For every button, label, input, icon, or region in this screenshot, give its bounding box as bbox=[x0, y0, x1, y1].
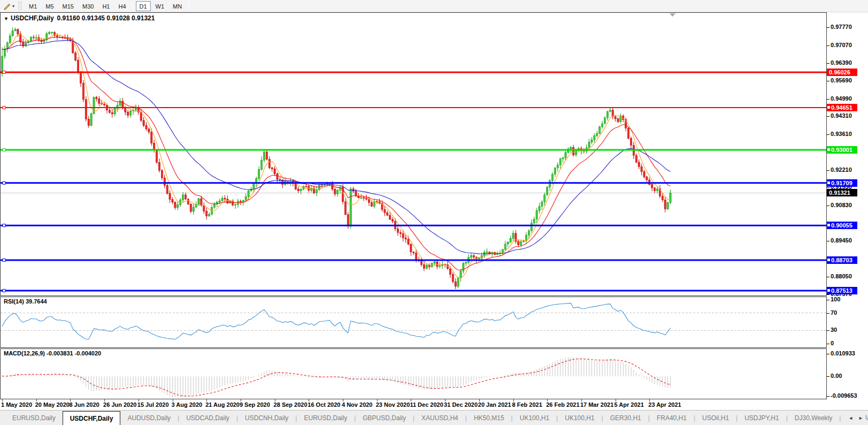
price-axis[interactable]: 0.977700.970700.963900.956900.949900.943… bbox=[827, 12, 868, 399]
hline-price-badge[interactable]: 0.96026 bbox=[827, 69, 857, 76]
price-axis-label: 0.89450 bbox=[831, 237, 852, 244]
timeframe-button-w1[interactable]: W1 bbox=[152, 1, 168, 11]
timeframe-button-h1[interactable]: H1 bbox=[98, 1, 113, 11]
timeframe-button-m30[interactable]: M30 bbox=[79, 1, 97, 11]
timeframe-buttons: M1M5M15M30H1H4D1W1MN bbox=[25, 1, 191, 11]
date-label: 26 Jun 2020 bbox=[103, 401, 136, 408]
tab-usdchf-daily[interactable]: USDCHF,Daily bbox=[63, 411, 121, 425]
pencil-tool-icon bbox=[3, 2, 11, 10]
chart-tabs: EURUSD,DailyUSDCHF,DailyAUDUSD,Daily|USD… bbox=[5, 411, 868, 425]
rsi-axis-label: 0 bbox=[831, 340, 834, 346]
price-axis-label: 0.92210 bbox=[831, 166, 852, 173]
tab-gbpusd-daily[interactable]: GBPUSD,Daily bbox=[356, 412, 413, 424]
date-label: 8 Feb 2021 bbox=[512, 401, 542, 408]
tab-scroll-right-icon[interactable]: ► bbox=[858, 415, 863, 421]
date-label: 15 Jul 2020 bbox=[137, 401, 169, 408]
mt4-window: ▾ M1M5M15M30H1H4D1W1MN ▼USDCHF,Daily0.91… bbox=[0, 0, 868, 425]
timeframe-button-m5[interactable]: M5 bbox=[42, 1, 57, 11]
hline-price-badge[interactable]: 0.90055 bbox=[827, 222, 857, 229]
rsi-axis-label: 30 bbox=[831, 327, 837, 333]
chevron-down-icon: ▾ bbox=[12, 4, 14, 9]
tab-usoil-h1[interactable]: USOil,H1 bbox=[695, 412, 736, 424]
timeframe-button-h4[interactable]: H4 bbox=[114, 1, 129, 11]
tab-scroll-left-icon[interactable]: ◄ bbox=[848, 415, 853, 421]
ohlc-values: 0.91160 0.91345 0.91028 0.91321 bbox=[57, 14, 155, 22]
price-axis-label: 0.93610 bbox=[831, 131, 852, 137]
date-label: 21 Aug 2020 bbox=[205, 401, 240, 408]
tab-audusd-daily[interactable]: AUDUSD,Daily bbox=[120, 412, 178, 424]
hline-price-badge[interactable]: 0.88703 bbox=[827, 256, 857, 264]
hline-price-badge[interactable]: 0.91709 bbox=[827, 179, 857, 187]
collapse-arrow-icon: ▼ bbox=[4, 16, 9, 21]
date-label: 20 May 2020 bbox=[35, 401, 70, 408]
date-label: 23 Nov 2020 bbox=[376, 401, 410, 408]
tab-fra40-h1[interactable]: FRA40,H1 bbox=[650, 412, 694, 424]
tab-eurusd-daily[interactable]: EURUSD,Daily bbox=[297, 412, 354, 424]
tab-dj30-weekly[interactable]: DJ30,Weekly bbox=[788, 412, 839, 424]
tab-usdcnh-daily[interactable]: USDCNH,Daily bbox=[238, 412, 295, 424]
tab-ger30-h1[interactable]: GER30,H1 bbox=[603, 412, 648, 424]
toolbar-separator bbox=[188, 1, 189, 11]
macd-axis-label: 0.00 bbox=[831, 373, 842, 379]
rsi-indicator-label: RSI(14) 39.7644 bbox=[4, 298, 47, 305]
date-label: 26 Feb 2021 bbox=[546, 401, 579, 408]
tab-eurusd-daily[interactable]: EURUSD,Daily bbox=[5, 412, 63, 424]
toolbar: ▾ M1M5M15M30H1H4D1W1MN bbox=[0, 0, 868, 12]
tab-scroll-arrows: ◄ ► bbox=[846, 411, 865, 425]
hline-price-badge[interactable]: 0.93001 bbox=[827, 146, 857, 154]
current-price-badge: 0.91321 bbox=[827, 189, 857, 196]
timeframe-button-m15[interactable]: M15 bbox=[59, 1, 78, 11]
date-label: 28 Sep 2020 bbox=[274, 401, 308, 408]
toolbar-separator bbox=[133, 1, 133, 11]
date-label: 4 Nov 2020 bbox=[342, 401, 372, 408]
rsi-axis-label: 70 bbox=[831, 309, 837, 316]
date-label: 16 Oct 2020 bbox=[308, 401, 340, 408]
tab-uk100-h1[interactable]: UK100,H1 bbox=[558, 412, 601, 424]
date-label: 1 May 2020 bbox=[1, 401, 32, 408]
price-axis-label: 0.96390 bbox=[831, 59, 852, 66]
tab-usdcad-daily[interactable]: USDCAD,Daily bbox=[179, 412, 236, 424]
rsi-axis-label: 100 bbox=[831, 296, 840, 302]
candlestick-canvas[interactable] bbox=[0, 12, 827, 399]
tab-usdjpy-h1[interactable]: USDJPY,H1 bbox=[738, 412, 786, 424]
chart-tabs-bar: EURUSD,DailyUSDCHF,DailyAUDUSD,Daily|USD… bbox=[0, 410, 868, 425]
date-axis[interactable]: 1 May 202020 May 20208 Jun 202026 Jun 20… bbox=[0, 399, 827, 409]
date-label: 8 Jun 2020 bbox=[69, 401, 99, 408]
price-axis-label: 0.94310 bbox=[831, 112, 852, 119]
timeframe-button-d1[interactable]: D1 bbox=[136, 1, 151, 11]
macd-indicator-label: MACD(12,26,9) -0.003831 -0.004020 bbox=[4, 350, 101, 356]
timeframe-button-mn[interactable]: MN bbox=[169, 1, 186, 11]
draw-tool-button[interactable]: ▾ bbox=[0, 1, 18, 11]
tab-hk50-m15[interactable]: HK50,M15 bbox=[467, 412, 511, 424]
chart-title: ▼USDCHF,Daily0.91160 0.91345 0.91028 0.9… bbox=[4, 14, 155, 22]
price-axis-label: 0.88050 bbox=[831, 273, 852, 279]
price-axis-label: 0.90830 bbox=[831, 202, 852, 208]
chart-region: ▼USDCHF,Daily0.91160 0.91345 0.91028 0.9… bbox=[0, 12, 868, 409]
tab-xauusd-h4[interactable]: XAUUSD,H4 bbox=[414, 412, 465, 424]
date-label: 23 Apr 2021 bbox=[648, 401, 681, 408]
price-axis-label: 0.94990 bbox=[831, 95, 852, 102]
date-label: 17 Mar 2021 bbox=[580, 401, 613, 408]
price-axis-label: 0.95690 bbox=[831, 77, 852, 84]
date-label: 31 Dec 2020 bbox=[444, 401, 478, 408]
date-label: 11 Dec 2020 bbox=[410, 401, 443, 408]
date-label: 5 Apr 2021 bbox=[614, 401, 644, 408]
date-label: 9 Sep 2020 bbox=[240, 401, 270, 408]
price-axis-label: 0.97770 bbox=[831, 24, 852, 30]
date-label: 20 Jan 2021 bbox=[478, 401, 511, 408]
price-axis-label: 0.97070 bbox=[831, 42, 852, 48]
hline-price-badge[interactable]: 0.87513 bbox=[827, 287, 857, 294]
date-label: 3 Aug 2020 bbox=[172, 401, 203, 408]
tab-uk100-h1[interactable]: UK100,H1 bbox=[513, 412, 556, 424]
timeframe-button-m1[interactable]: M1 bbox=[25, 1, 41, 11]
toolbar-grip[interactable] bbox=[19, 2, 21, 10]
macd-axis-label: -0.009653 bbox=[831, 392, 857, 399]
symbol-timeframe: USDCHF,Daily bbox=[11, 14, 54, 22]
macd-axis-label: 0.010933 bbox=[831, 350, 855, 356]
hline-price-badge[interactable]: 0.94651 bbox=[827, 104, 857, 111]
